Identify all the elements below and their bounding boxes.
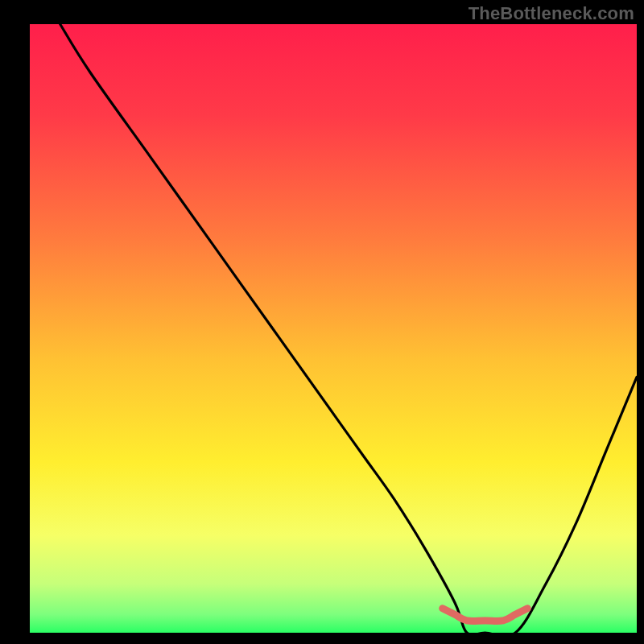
chart-frame: TheBottleneck.com (0, 0, 644, 644)
bottleneck-chart (0, 0, 644, 644)
